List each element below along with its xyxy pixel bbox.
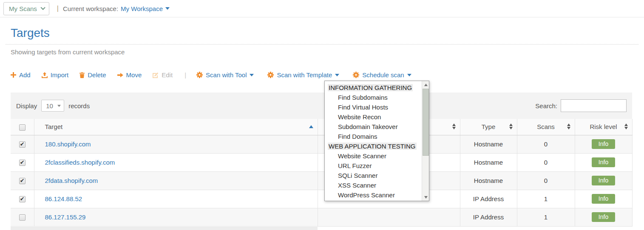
workspace-label: Current workspace: bbox=[63, 5, 118, 12]
gear-icon bbox=[353, 72, 359, 78]
type-cell: Hostname bbox=[460, 153, 517, 171]
scans-cell: 0 bbox=[517, 135, 575, 153]
tool-menu-item[interactable]: Find Virtual Hosts bbox=[325, 102, 422, 112]
sort-icon bbox=[509, 123, 513, 129]
sort-ascending-icon bbox=[309, 125, 313, 128]
target-link[interactable]: 2fdata.shopify.com bbox=[45, 177, 98, 184]
scans-column-header[interactable]: Scans bbox=[517, 119, 575, 135]
empty-cell bbox=[318, 208, 460, 226]
import-button[interactable]: Import bbox=[42, 71, 69, 79]
add-label: Add bbox=[19, 71, 31, 79]
records-per-page-select[interactable]: 10 bbox=[41, 100, 64, 112]
row-checkbox[interactable] bbox=[19, 196, 26, 202]
tool-menu-item[interactable]: WordPress Scanner bbox=[325, 190, 422, 200]
delete-button[interactable]: Delete bbox=[79, 71, 106, 79]
move-label: Move bbox=[126, 71, 142, 79]
scans-cell: 0 bbox=[517, 171, 575, 190]
table-header-row: Target Type Scans Risk level bbox=[11, 119, 632, 135]
scans-cell: 1 bbox=[517, 190, 575, 208]
tool-menu-list: INFORMATION GATHERINGFind SubdomainsFind… bbox=[325, 81, 422, 201]
risk-badge[interactable]: Info bbox=[592, 194, 615, 204]
scrollbar-thumb[interactable] bbox=[423, 89, 429, 156]
caret-down-icon bbox=[57, 105, 61, 107]
schedule-scan-dropdown[interactable]: Schedule scan bbox=[353, 71, 411, 79]
scrollbar[interactable] bbox=[422, 81, 429, 201]
type-cell: IP Address bbox=[460, 208, 517, 226]
target-link[interactable]: 180.shopify.com bbox=[45, 140, 91, 148]
scans-cell: 1 bbox=[517, 208, 575, 226]
risk-level-column-header[interactable]: Risk level bbox=[575, 119, 632, 135]
workspace-selector[interactable]: My Workspace bbox=[121, 5, 170, 12]
chevron-down-icon bbox=[40, 5, 45, 10]
scan-with-tool-label: Scan with Tool bbox=[206, 71, 247, 79]
select-all-header bbox=[11, 119, 34, 135]
tool-menu-item[interactable]: URL Fuzzer bbox=[325, 161, 422, 171]
target-link[interactable]: 2fclassifieds.shopify.com bbox=[45, 159, 115, 166]
risk-header-label: Risk level bbox=[590, 123, 617, 130]
my-scans-dropdown-button[interactable]: My Scans bbox=[3, 2, 49, 15]
actions-toolbar: Add Import Delete Move Edit | Scan with … bbox=[11, 71, 425, 79]
import-label: Import bbox=[51, 71, 69, 79]
tool-menu-item[interactable]: SQLi Scanner bbox=[325, 171, 422, 180]
edit-label: Edit bbox=[162, 71, 173, 79]
workspace-value: My Workspace bbox=[121, 5, 163, 12]
tool-menu-item[interactable]: Find Subdomains bbox=[325, 93, 422, 102]
move-button[interactable]: Move bbox=[117, 71, 142, 79]
pencil-square-icon bbox=[153, 72, 159, 78]
scroll-up-arrow-icon[interactable] bbox=[422, 81, 429, 88]
records-label: records bbox=[68, 102, 90, 109]
next-row-sliver bbox=[11, 227, 318, 230]
scan-with-template-dropdown[interactable]: Scan with Template bbox=[267, 71, 339, 79]
arrow-right-icon bbox=[117, 73, 123, 78]
table-row: 2fdata.shopify.com Hostname 0 Info bbox=[11, 171, 632, 190]
type-column-header[interactable]: Type bbox=[460, 119, 517, 135]
row-checkbox[interactable] bbox=[19, 214, 26, 221]
target-column-header[interactable]: Target bbox=[34, 119, 318, 135]
search-input[interactable] bbox=[561, 99, 627, 112]
caret-down-icon bbox=[165, 7, 170, 10]
edit-button[interactable]: Edit bbox=[153, 71, 173, 79]
sort-icon bbox=[624, 123, 628, 129]
type-cell: Hostname bbox=[460, 171, 517, 190]
table-row: 86.124.88.52 IP Address 1 Info bbox=[11, 190, 632, 208]
topbar-separator: | bbox=[57, 5, 59, 12]
scan-with-tool-dropdown[interactable]: Scan with Tool bbox=[196, 71, 254, 79]
table-row: 2fclassifieds.shopify.com Hostname 0 Inf… bbox=[11, 153, 632, 171]
select-all-checkbox[interactable] bbox=[19, 124, 26, 131]
scroll-down-arrow-icon[interactable] bbox=[422, 194, 429, 201]
target-link[interactable]: 86.127.155.29 bbox=[45, 213, 86, 221]
type-cell: Hostname bbox=[460, 135, 517, 153]
toolbar-separator: | bbox=[184, 71, 186, 79]
tool-menu-item[interactable]: Website Scanner bbox=[325, 151, 422, 161]
records-per-page-value: 10 bbox=[46, 102, 53, 109]
table-row: 180.shopify.com Hostname 0 Info bbox=[11, 135, 632, 153]
tool-menu-item[interactable]: Find Domains bbox=[325, 132, 422, 141]
caret-down-icon bbox=[250, 74, 254, 76]
target-link[interactable]: 86.124.88.52 bbox=[45, 195, 82, 202]
row-checkbox[interactable] bbox=[19, 160, 26, 166]
risk-badge[interactable]: Info bbox=[592, 212, 615, 222]
scans-header-label: Scans bbox=[537, 123, 555, 130]
table-controls: Display 10 records Search: bbox=[11, 93, 632, 119]
row-checkbox[interactable] bbox=[19, 141, 26, 148]
my-scans-label: My Scans bbox=[9, 5, 37, 12]
plus-icon bbox=[11, 72, 16, 78]
table-row: 86.127.155.29 IP Address 1 Info bbox=[11, 208, 632, 226]
target-header-label: Target bbox=[45, 123, 63, 130]
delete-label: Delete bbox=[88, 71, 106, 79]
risk-badge[interactable]: Info bbox=[592, 157, 615, 167]
risk-badge[interactable]: Info bbox=[592, 176, 615, 185]
sort-icon bbox=[567, 123, 570, 129]
risk-badge[interactable]: Info bbox=[592, 139, 615, 149]
add-button[interactable]: Add bbox=[11, 71, 31, 79]
tool-menu-item[interactable]: XSS Scanner bbox=[325, 180, 422, 190]
gear-icon bbox=[267, 72, 274, 78]
display-label: Display bbox=[16, 102, 37, 109]
tool-menu-group-label: INFORMATION GATHERING bbox=[325, 83, 422, 93]
type-header-label: Type bbox=[482, 123, 496, 130]
page-subtitle: Showing targets from current workspace bbox=[11, 48, 125, 56]
tool-menu-item[interactable]: Website Recon bbox=[325, 112, 422, 122]
tool-menu-item[interactable]: Subdomain Takeover bbox=[325, 122, 422, 132]
row-checkbox[interactable] bbox=[19, 178, 26, 184]
schedule-scan-label: Schedule scan bbox=[362, 71, 404, 79]
